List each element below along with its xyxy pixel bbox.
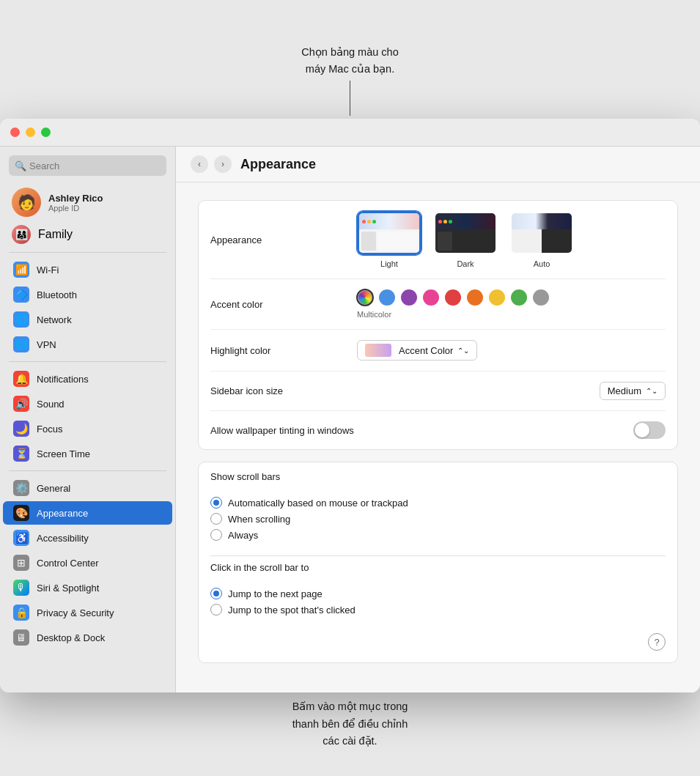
divider-1 xyxy=(9,252,166,253)
scroll-bars-options: Automatically based on mouse or trackpad… xyxy=(210,488,666,550)
sidebar-desktop-label: Desktop & Dock xyxy=(37,632,105,643)
scroll-click-title: Click in the scroll bar to xyxy=(210,562,666,573)
click-next-page-option[interactable]: Jump to the next page xyxy=(210,588,666,599)
scroll-bars-section-box: Show scroll bars Automatically based on … xyxy=(198,462,678,663)
sidebar-item-privacy[interactable]: 🔒 Privacy & Security xyxy=(3,601,172,624)
appearance-option-auto[interactable]: Auto xyxy=(509,211,574,268)
annotation-arrow-top xyxy=(350,81,350,116)
color-red[interactable] xyxy=(445,289,461,306)
appearance-options: Light xyxy=(357,211,666,268)
color-purple[interactable] xyxy=(401,289,417,306)
sidebar-privacy-label: Privacy & Security xyxy=(37,607,114,618)
wallpaper-tinting-row: Allow wallpaper tinting in windows xyxy=(210,411,666,449)
appearance-section-box: Appearance xyxy=(198,200,678,450)
desktop-icon: 🖥 xyxy=(13,629,29,646)
sidebar-item-network[interactable]: 🌐 Network xyxy=(3,308,172,331)
highlight-color-label: Highlight color xyxy=(210,345,357,356)
help-row: ? xyxy=(210,624,666,654)
appearance-row: Appearance xyxy=(210,201,666,279)
color-blue[interactable] xyxy=(379,289,395,306)
sidebar-item-notifications[interactable]: 🔔 Notifications xyxy=(3,367,172,391)
highlight-color-control: Accent Color ⌃⌄ xyxy=(357,340,666,361)
sidebar-item-controlcenter[interactable]: ⊞ Control Center xyxy=(3,551,172,574)
maximize-button[interactable] xyxy=(41,128,51,137)
network-icon: 🌐 xyxy=(13,311,29,328)
back-button[interactable]: ‹ xyxy=(191,155,208,173)
sidebar-icon-size-value: Medium xyxy=(608,385,641,396)
scroll-always-label: Always xyxy=(228,530,258,541)
wallpaper-tinting-toggle[interactable] xyxy=(633,421,666,439)
dark-label: Dark xyxy=(457,259,474,268)
close-button[interactable] xyxy=(10,128,20,137)
user-name: Ashley Rico xyxy=(48,193,103,204)
sidebar-item-screentime[interactable]: ⏳ Screen Time xyxy=(3,442,172,465)
user-profile-item[interactable]: 🧑 Ashley Rico Apple ID xyxy=(3,183,172,221)
minimize-button[interactable] xyxy=(26,128,35,137)
scroll-always-option[interactable]: Always xyxy=(210,529,666,541)
scroll-auto-label: Automatically based on mouse or trackpad xyxy=(228,498,408,509)
highlight-color-value: Accent Color xyxy=(399,345,453,356)
color-multicolor[interactable] xyxy=(357,289,373,306)
sidebar-appearance-label: Appearance xyxy=(37,508,88,519)
scroll-auto-option[interactable]: Automatically based on mouse or trackpad xyxy=(210,497,666,509)
focus-icon: 🌙 xyxy=(13,421,29,437)
sidebar-item-bluetooth[interactable]: 🔷 Bluetooth xyxy=(3,283,172,306)
sidebar-siri-label: Siri & Spotlight xyxy=(37,583,99,594)
sidebar-item-appearance[interactable]: 🎨 Appearance xyxy=(3,501,172,525)
sidebar-item-general[interactable]: ⚙️ General xyxy=(3,476,172,500)
appearance-option-light[interactable]: Light xyxy=(357,211,421,268)
sidebar-item-family[interactable]: 👨‍👩‍👧 Family xyxy=(3,221,172,248)
scroll-scrolling-label: When scrolling xyxy=(228,514,290,525)
sidebar-item-wifi[interactable]: 📶 Wi-Fi xyxy=(3,258,172,281)
color-pink[interactable] xyxy=(423,289,439,306)
sidebar-item-focus[interactable]: 🌙 Focus xyxy=(3,417,172,440)
sidebar-icon-size-label: Sidebar icon size xyxy=(210,385,357,396)
screentime-icon: ⏳ xyxy=(13,446,29,462)
top-annotation: Chọn bảng màu cho máy Mac của bạn. xyxy=(301,44,398,78)
scroll-bars-title: Show scroll bars xyxy=(210,471,666,482)
bottom-annotation: Bấm vào một mục trong thanh bên để điều … xyxy=(292,698,408,750)
sidebar-item-sound[interactable]: 🔊 Sound xyxy=(3,392,172,415)
click-spot-option[interactable]: Jump to the spot that's clicked xyxy=(210,604,666,616)
click-next-page-radio xyxy=(210,588,222,599)
sidebar-vpn-label: VPN xyxy=(37,339,56,350)
sidebar-item-desktop[interactable]: 🖥 Desktop & Dock xyxy=(3,626,172,649)
sidebar-icon-size-dropdown[interactable]: Medium ⌃⌄ xyxy=(600,382,666,400)
sidebar-item-siri[interactable]: 🎙 Siri & Spotlight xyxy=(3,576,172,599)
help-button[interactable]: ? xyxy=(648,633,666,651)
user-avatar: 🧑 xyxy=(12,188,41,217)
color-orange[interactable] xyxy=(467,289,483,306)
sound-icon: 🔊 xyxy=(13,396,29,412)
forward-button[interactable]: › xyxy=(214,155,232,173)
divider-2 xyxy=(9,361,166,362)
accessibility-icon: ♿ xyxy=(13,530,29,546)
sidebar-item-vpn[interactable]: 🌐 VPN xyxy=(3,333,172,356)
sidebar-item-accessibility[interactable]: ♿ Accessibility xyxy=(3,526,172,550)
color-yellow[interactable] xyxy=(489,289,505,306)
size-chevron-icon: ⌃⌄ xyxy=(646,387,657,395)
scroll-scrolling-radio xyxy=(210,513,222,525)
dark-thumb xyxy=(433,211,498,255)
click-next-page-label: Jump to the next page xyxy=(228,588,323,599)
scroll-scrolling-option[interactable]: When scrolling xyxy=(210,513,666,525)
sidebar-general-label: General xyxy=(37,483,70,494)
search-input[interactable] xyxy=(9,155,166,176)
family-avatar: 👨‍👩‍👧 xyxy=(12,225,31,244)
appearance-option-dark[interactable]: Dark xyxy=(433,211,498,268)
wallpaper-tinting-label: Allow wallpaper tinting in windows xyxy=(210,425,633,436)
page-title: Appearance xyxy=(240,157,316,172)
notifications-icon: 🔔 xyxy=(13,371,29,387)
sidebar-wifi-label: Wi-Fi xyxy=(37,265,59,276)
sidebar-screentime-label: Screen Time xyxy=(37,448,90,459)
accent-color-label: Accent color xyxy=(210,299,357,310)
color-green[interactable] xyxy=(511,289,527,306)
highlight-chevron-icon: ⌃⌄ xyxy=(457,347,469,355)
sidebar-focus-label: Focus xyxy=(37,424,62,435)
color-graphite[interactable] xyxy=(533,289,549,306)
light-label: Light xyxy=(380,259,398,268)
highlight-color-dropdown[interactable]: Accent Color ⌃⌄ xyxy=(357,340,477,361)
privacy-icon: 🔒 xyxy=(13,605,29,621)
sidebar: 🔍 🧑 Ashley Rico Apple ID 👨‍👩‍👧 Family xyxy=(0,147,176,692)
general-icon: ⚙️ xyxy=(13,480,29,496)
scroll-click-options: Jump to the next page Jump to the spot t… xyxy=(210,579,666,624)
